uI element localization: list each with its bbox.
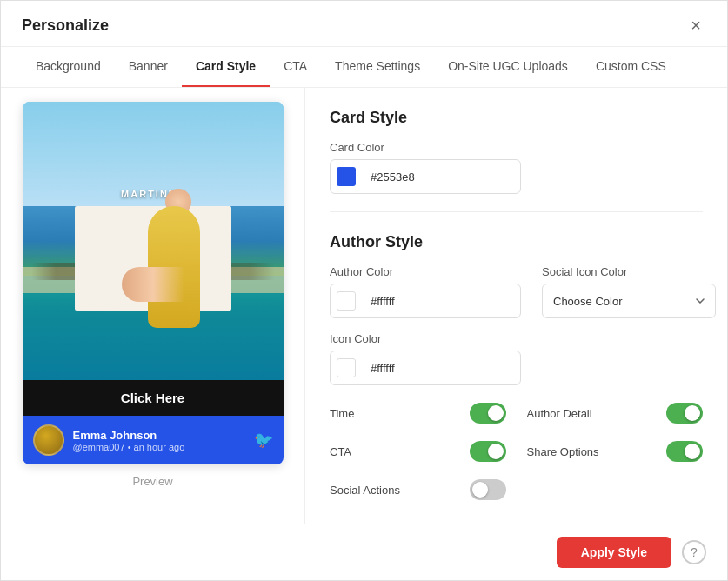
social-actions-label: Social Actions [330,484,400,497]
twitter-icon: 🐦 [254,431,273,450]
author-text: Emma Johnson @emma007 • an hour ago [73,429,185,452]
author-detail-toggle-knob [685,405,700,421]
share-options-toggle-knob [685,444,700,459]
apply-style-button[interactable]: Apply Style [557,537,671,568]
author-color-field: Author Color [330,265,521,318]
card-color-swatch[interactable] [331,160,362,193]
time-label: Time [330,407,354,420]
toggles-section: Time Author Detail CTA [330,399,703,504]
time-toggle-row: Time [330,399,506,427]
toggles-grid: Time Author Detail CTA [330,399,703,504]
hands-extended [122,267,226,302]
card-swatch-box [337,167,356,186]
help-icon[interactable]: ? [682,540,706,564]
tab-background[interactable]: Background [22,47,115,87]
author-color-input[interactable] [330,284,521,318]
card-color-input[interactable] [330,159,521,194]
avatar [33,424,64,456]
tab-on-site-ugc[interactable]: On-Site UGC Uploads [434,47,582,87]
cta-toggle-row: CTA [330,437,506,465]
social-icon-color-field: Social Icon Color Choose Color White Bla… [542,265,716,318]
author-color-label: Author Color [330,265,521,278]
personalize-dialog: Personalize × Background Banner Card Sty… [0,0,728,581]
time-toggle-knob [488,405,504,421]
author-style-title: Author Style [330,233,703,251]
cta-toggle-knob [488,444,504,459]
tab-custom-css[interactable]: Custom CSS [582,47,680,87]
figure-overlay [122,171,226,328]
tab-cta[interactable]: CTA [270,47,321,87]
icon-color-input[interactable] [330,351,521,385]
author-meta: @emma007 • an hour ago [73,442,185,452]
social-actions-toggle-row: Social Actions [330,476,506,504]
cta-label: CTA [330,445,351,458]
card-color-value[interactable] [362,170,521,184]
tabs-bar: Background Banner Card Style CTA Theme S… [1,47,727,88]
close-button[interactable]: × [685,15,706,36]
social-icon-color-label: Social Icon Color [542,265,716,278]
preview-card: Click Here Emma Johnson @emma007 • an ho… [23,102,284,464]
card-color-field: Card Color [330,141,703,194]
tab-theme-settings[interactable]: Theme Settings [321,47,434,87]
author-swatch-box [337,291,356,311]
dialog-footer: Apply Style ? [1,524,727,580]
author-info: Emma Johnson @emma007 • an hour ago [33,424,185,456]
social-icon-color-select[interactable]: Choose Color White Black Primary [542,284,716,318]
author-fields-row: Author Color Social Icon Color Choose Co… [330,265,703,318]
author-color-swatch[interactable] [331,284,362,317]
cta-toggle[interactable] [470,441,506,462]
card-style-section-title: Card Style [330,109,703,127]
icon-color-value[interactable] [362,362,521,375]
tab-card-style[interactable]: Card Style [182,47,270,87]
cta-bar: Click Here [23,380,284,416]
settings-panel: Card Style Card Color Author Style Autho… [305,88,727,524]
social-actions-toggle[interactable] [470,479,506,500]
preview-image [23,102,284,380]
content-area: Click Here Emma Johnson @emma007 • an ho… [1,88,727,524]
author-detail-toggle[interactable] [666,403,703,424]
dialog-header: Personalize × [1,1,727,47]
author-bar: Emma Johnson @emma007 • an hour ago 🐦 [23,416,284,464]
share-options-toggle-row: Share Options [527,437,704,465]
preview-label: Preview [132,475,172,488]
share-options-label: Share Options [527,445,599,458]
icon-swatch-box [337,358,356,377]
icon-color-label: Icon Color [330,332,703,345]
social-actions-toggle-knob [472,482,488,498]
author-detail-toggle-row: Author Detail [527,399,704,427]
share-options-toggle[interactable] [666,441,703,462]
icon-color-field: Icon Color [330,332,703,385]
dialog-title: Personalize [22,17,109,35]
icon-color-swatch[interactable] [331,351,362,384]
preview-panel: Click Here Emma Johnson @emma007 • an ho… [1,88,305,524]
author-color-value[interactable] [362,295,521,308]
author-name: Emma Johnson [73,429,185,442]
author-style-section: Author Style Author Color Social Icon Co… [330,233,703,504]
tab-banner[interactable]: Banner [115,47,182,87]
section-divider-1 [330,211,703,212]
author-detail-label: Author Detail [527,407,592,420]
time-toggle[interactable] [470,403,506,424]
card-color-label: Card Color [330,141,703,154]
